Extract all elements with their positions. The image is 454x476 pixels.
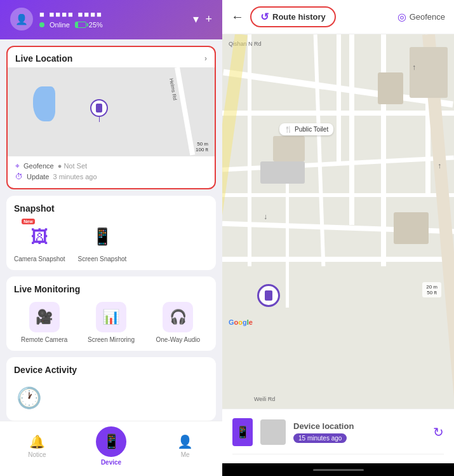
device-pin-inner: [265, 290, 272, 301]
time-ago-badge: 15 minutes ago: [293, 433, 347, 443]
back-button[interactable]: ←: [231, 10, 244, 24]
live-monitoring-title: Live Monitoring: [14, 284, 208, 294]
update-row: ⏱ Update 3 minutes ago: [15, 172, 207, 181]
nav-item-me[interactable]: 👤 Me: [148, 434, 222, 458]
camera-snapshot-item[interactable]: New 🖼 Camera Snapshot: [14, 221, 65, 262]
dropdown-icon[interactable]: ▾: [193, 12, 199, 26]
route-history-label: Route history: [272, 12, 326, 22]
one-way-audio-item[interactable]: 🎧 One-Way Audio: [148, 302, 208, 343]
update-time: 3 minutes ago: [53, 173, 97, 180]
nav-item-device[interactable]: 📱 Device: [74, 426, 149, 466]
one-way-audio-icon: 🎧: [163, 302, 193, 332]
location-name: Device location: [293, 421, 425, 431]
add-icon[interactable]: +: [205, 13, 212, 26]
building-1: [410, 47, 448, 98]
activity-icon-1[interactable]: 🕐: [14, 383, 44, 413]
right-panel: ← ↺ Route history ◎ Geofence: [222, 0, 454, 476]
device-pin-circle: [257, 284, 280, 307]
header-actions: ▾ +: [193, 12, 212, 26]
live-location-card: Live Location › Helms Rd 50 m: [6, 46, 216, 189]
map-road-label: Helms Rd: [168, 78, 178, 100]
geofence-label: Geofence: [23, 162, 54, 170]
street-6: [314, 34, 326, 266]
one-way-audio-label: One-Way Audio: [156, 336, 200, 343]
camera-snapshot-icon: 🖼: [30, 226, 48, 247]
update-icon: ⏱: [15, 172, 23, 181]
me-icon: 👤: [177, 434, 193, 449]
screen-mirroring-icon: 📊: [96, 302, 126, 332]
live-location-map[interactable]: Helms Rd 50 m 100 ft: [8, 67, 215, 156]
avatar[interactable]: 👤: [10, 8, 33, 31]
remote-camera-item[interactable]: 🎥 Remote Camera: [14, 302, 74, 343]
left-content: Live Location › Helms Rd 50 m: [0, 39, 222, 421]
live-monitoring-card: Live Monitoring 🎥 Remote Camera 📊 Screen…: [6, 276, 216, 351]
battery-percent: 25%: [89, 21, 103, 29]
street-9: [222, 193, 454, 197]
map-scale-right: 20 m 50 ft: [422, 282, 441, 297]
screen-snapshot-item[interactable]: 📱 Screen Snapshot: [78, 221, 127, 262]
google-logo: Google: [229, 318, 253, 326]
activity-icons: 🕐: [14, 383, 208, 413]
scale-20m: 20 m: [426, 284, 437, 290]
online-indicator: [39, 22, 44, 27]
monitoring-items: 🎥 Remote Camera 📊 Screen Mirroring 🎧 One…: [14, 302, 208, 343]
device-activity-title: Device Activity: [14, 365, 208, 375]
map-container[interactable]: Qishan N Rd 🍴 Public Toilet: [222, 34, 454, 409]
geofence-btn-label: Geofence: [410, 12, 445, 22]
location-text: Device location 15 minutes ago: [293, 421, 425, 443]
home-indicator[interactable]: [313, 469, 364, 471]
building-3: [273, 136, 305, 161]
screen-snapshot-icon-wrap: 📱: [87, 221, 117, 252]
update-label: Update: [27, 173, 49, 180]
screen-snapshot-icon: 📱: [92, 227, 112, 247]
device-activity-card: Device Activity 🕐: [6, 357, 216, 421]
live-location-label: Live Location: [15, 53, 72, 64]
scale-50ft: 50 ft: [426, 290, 437, 296]
new-badge: New: [22, 219, 34, 224]
app-header: 👤 ■ ■■■■ ■■■■ Online 25% ▾ +: [0, 0, 222, 39]
route-history-button[interactable]: ↺ Route history: [250, 6, 336, 27]
street-10: [222, 257, 454, 262]
map-road-vertical: [175, 67, 195, 156]
pin-inner: [96, 104, 102, 112]
device-thumbnail: 📱: [232, 418, 253, 446]
card-footer: ⌖ Geofence ● Not Set ⏱ Update 3 minutes …: [8, 156, 215, 188]
remote-camera-icon: 🎥: [29, 302, 60, 332]
right-header: ← ↺ Route history ◎ Geofence: [222, 0, 454, 34]
public-toilet-poi: 🍴 Public Toilet: [279, 123, 333, 135]
location-info-card: 📱 Device location 15 minutes ago ↻: [222, 409, 454, 463]
device-photo: [260, 419, 286, 445]
screen-mirroring-item[interactable]: 📊 Screen Mirroring: [81, 302, 141, 343]
scale-50m: 50 m: [196, 141, 208, 147]
bottom-bar: [222, 463, 454, 476]
pin-circle: [90, 99, 108, 117]
snapshot-card: Snapshot New 🖼 Camera Snapshot 📱 Screen …: [6, 196, 216, 270]
building-5: [394, 212, 429, 244]
map-device-location-pin: [257, 284, 280, 307]
building-2: [378, 72, 403, 104]
location-row: 📱 Device location 15 minutes ago ↻: [232, 418, 444, 446]
snapshot-items: New 🖼 Camera Snapshot 📱 Screen Snapshot: [14, 221, 208, 262]
refresh-icon[interactable]: ↻: [433, 425, 444, 440]
status-row: Online 25%: [39, 21, 187, 29]
map-scale: 50 m 100 ft: [196, 141, 208, 153]
arrow-1: ↑: [412, 63, 416, 72]
camera-snapshot-label: Camera Snapshot: [14, 255, 65, 262]
arrow-3: ↓: [264, 212, 267, 221]
left-panel: 👤 ■ ■■■■ ■■■■ Online 25% ▾ + Li: [0, 0, 222, 476]
building-4: [260, 161, 305, 184]
poi-icon: 🍴: [284, 126, 292, 133]
device-label: Device: [101, 459, 121, 466]
pin-line: [99, 117, 100, 122]
street-11: [381, 34, 386, 266]
route-icon: ↺: [260, 11, 269, 23]
geofence-button[interactable]: ◎ Geofence: [397, 11, 445, 23]
expand-icon[interactable]: ›: [204, 54, 207, 63]
device-icon: 📱: [96, 426, 126, 457]
snapshot-title: Snapshot: [14, 203, 208, 214]
geofence-row: ⌖ Geofence ● Not Set: [15, 161, 207, 170]
map-full: Qishan N Rd 🍴 Public Toilet: [222, 34, 454, 409]
geofence-value: ● Not Set: [58, 162, 87, 170]
nav-item-notice[interactable]: 🔔 Notice: [0, 434, 74, 458]
camera-snapshot-icon-wrap: New 🖼: [24, 221, 55, 252]
